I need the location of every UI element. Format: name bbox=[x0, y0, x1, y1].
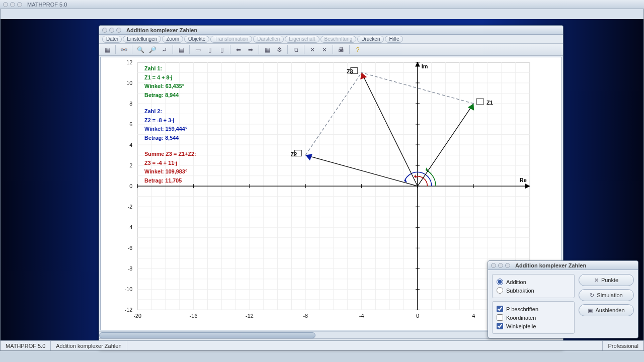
svg-text:-6: -6 bbox=[128, 245, 133, 251]
layout-icon[interactable]: ▭ bbox=[193, 45, 203, 54]
svg-text:-12: -12 bbox=[246, 313, 254, 319]
layout-icon[interactable]: ▯ bbox=[217, 45, 227, 54]
svg-rect-106 bbox=[476, 99, 484, 105]
svg-text:-2: -2 bbox=[128, 204, 133, 210]
separator bbox=[132, 45, 132, 54]
window-control-dot[interactable] bbox=[109, 28, 114, 33]
svg-text:0: 0 bbox=[129, 183, 132, 189]
check-label: P beschriften bbox=[506, 306, 538, 312]
mdi-workspace: Addition komplexer Zahlen DateiEinstellu… bbox=[0, 9, 644, 351]
svg-text:Betrag: 8,944: Betrag: 8,944 bbox=[144, 92, 179, 98]
svg-text:Z3 = -4 + 11·j: Z3 = -4 + 11·j bbox=[144, 160, 177, 166]
menu-hilfe[interactable]: Hilfe bbox=[385, 36, 403, 43]
window-control-dot[interactable] bbox=[102, 28, 107, 33]
window-control-dot[interactable] bbox=[10, 2, 15, 7]
tool-icon[interactable]: ▦ bbox=[102, 45, 112, 54]
window-control-dot[interactable] bbox=[505, 263, 510, 268]
menu-datei[interactable]: Datei bbox=[102, 36, 122, 43]
window-control-dot[interactable] bbox=[498, 263, 503, 268]
menu-bar: DateiEinstellungenZoomObjekteTransformat… bbox=[99, 35, 563, 44]
document-title: Addition komplexer Zahlen bbox=[126, 27, 197, 33]
svg-text:Z1 = 4 + 8·j: Z1 = 4 + 8·j bbox=[144, 74, 173, 80]
toolbar: ▦ 👓 🔍 🔎 ⤾ ▤ ▭ ▯ ▯ ⬅ ➡ ▦ ⚙ ⧉ ✕ ✕ 🖶 bbox=[99, 44, 563, 56]
zoom-in-icon[interactable]: 🔍 bbox=[135, 45, 145, 54]
separator bbox=[349, 45, 350, 54]
window-control-dot[interactable] bbox=[17, 2, 22, 7]
document-titlebar[interactable]: Addition komplexer Zahlen bbox=[99, 26, 563, 35]
button-label: Punkte bbox=[601, 277, 618, 283]
svg-text:Winkel: 159,444°: Winkel: 159,444° bbox=[144, 126, 187, 132]
zoom-reset-icon[interactable]: ⤾ bbox=[159, 45, 170, 54]
svg-text:Re: Re bbox=[520, 177, 527, 183]
svg-text:Zahl 2:: Zahl 2: bbox=[144, 108, 162, 114]
menu-zoom[interactable]: Zoom bbox=[162, 36, 183, 43]
delete-icon[interactable]: ✕ bbox=[319, 45, 330, 54]
check-koordinaten[interactable]: Koordinaten bbox=[497, 313, 570, 322]
svg-text:Z1: Z1 bbox=[487, 100, 493, 106]
panel-titlebar[interactable]: Addition komplexer Zahlen bbox=[488, 261, 638, 270]
svg-text:2: 2 bbox=[129, 162, 132, 168]
separator bbox=[304, 45, 304, 54]
radio-label: Addition bbox=[506, 279, 526, 285]
status-doc: Addition komplexer Zahlen bbox=[51, 341, 127, 350]
grid-icon[interactable]: ▤ bbox=[176, 45, 186, 54]
arrow-left-icon[interactable]: ⬅ bbox=[233, 45, 244, 54]
mode-group: Addition Subtraktion bbox=[492, 274, 575, 298]
window-control-dot[interactable] bbox=[491, 263, 496, 268]
table-icon[interactable]: ▦ bbox=[262, 45, 272, 54]
menu-einstellungen[interactable]: Einstellungen bbox=[123, 36, 161, 43]
hide-icon: ▣ bbox=[588, 307, 593, 314]
svg-text:0: 0 bbox=[416, 313, 419, 319]
menu-beschriftung: Beschriftung bbox=[320, 36, 357, 43]
separator bbox=[115, 45, 116, 54]
check-winkelpfeile[interactable]: Winkelpfeile bbox=[497, 322, 570, 330]
help-icon[interactable]: ? bbox=[353, 45, 363, 54]
zoom-out-icon[interactable]: 🔎 bbox=[147, 45, 157, 54]
separator bbox=[287, 45, 288, 54]
radio-subtraktion[interactable]: Subtraktion bbox=[497, 286, 570, 295]
svg-text:-4: -4 bbox=[128, 224, 133, 230]
tool-icon[interactable]: ⚙ bbox=[274, 45, 284, 54]
svg-text:Z2 = -8 + 3·j: Z2 = -8 + 3·j bbox=[144, 117, 174, 123]
copy-icon[interactable]: ⧉ bbox=[291, 45, 301, 54]
scrollbar-thumb[interactable] bbox=[99, 332, 315, 338]
punkte-button[interactable]: ✕Punkte bbox=[579, 274, 634, 286]
menu-darstellen: Darstellen bbox=[253, 36, 284, 43]
check-p-beschriften[interactable]: P beschriften bbox=[497, 305, 570, 313]
arrow-right-icon[interactable]: ➡ bbox=[246, 45, 256, 54]
print-icon[interactable]: 🖶 bbox=[336, 45, 346, 54]
button-label: Simulation bbox=[597, 292, 622, 298]
status-edition: Professional bbox=[602, 341, 643, 350]
radio-addition[interactable]: Addition bbox=[497, 278, 570, 286]
menu-objekte[interactable]: Objekte bbox=[184, 36, 209, 43]
menu-eigenschaft: Eigenschaft bbox=[285, 36, 319, 43]
separator bbox=[259, 45, 259, 54]
check-label: Koordinaten bbox=[506, 315, 536, 321]
status-app: MATHPROF 5.0 bbox=[1, 341, 51, 350]
points-icon: ✕ bbox=[594, 277, 599, 284]
window-control-dot[interactable] bbox=[3, 2, 8, 7]
simulation-button[interactable]: ↻Simulation bbox=[579, 289, 634, 301]
svg-text:-16: -16 bbox=[190, 313, 198, 319]
menu-drucken[interactable]: Drucken bbox=[357, 36, 384, 43]
layout-icon[interactable]: ▯ bbox=[205, 45, 215, 54]
app-title: MATHPROF 5.0 bbox=[27, 2, 67, 8]
svg-text:-8: -8 bbox=[128, 265, 133, 272]
separator bbox=[333, 45, 333, 54]
refresh-icon: ↻ bbox=[590, 292, 594, 299]
svg-text:Im: Im bbox=[422, 63, 428, 69]
binoculars-icon[interactable]: 👓 bbox=[119, 45, 129, 54]
svg-text:-8: -8 bbox=[303, 313, 308, 319]
svg-text:12: 12 bbox=[126, 59, 132, 65]
svg-text:-4: -4 bbox=[359, 313, 364, 319]
delete-icon[interactable]: ✕ bbox=[307, 45, 317, 54]
window-control-dot[interactable] bbox=[116, 28, 121, 33]
svg-text:8: 8 bbox=[129, 101, 132, 107]
app-titlebar: MATHPROF 5.0 bbox=[0, 0, 644, 9]
menu-transformation: Transformation bbox=[210, 36, 252, 43]
svg-text:4: 4 bbox=[129, 142, 132, 148]
svg-text:Z3: Z3 bbox=[347, 68, 353, 74]
ausblenden-button[interactable]: ▣Ausblenden bbox=[579, 304, 634, 316]
svg-text:-10: -10 bbox=[125, 286, 133, 292]
control-panel[interactable]: Addition komplexer Zahlen Addition Subtr… bbox=[488, 260, 638, 338]
